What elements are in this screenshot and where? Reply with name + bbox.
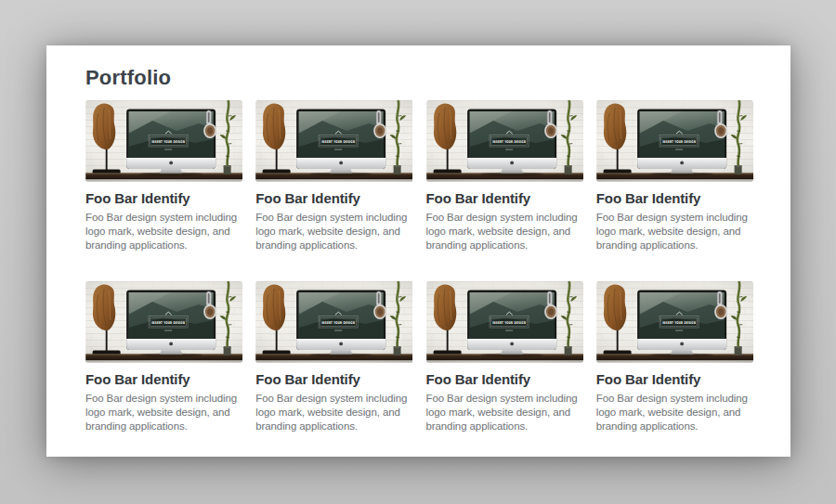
portfolio-card[interactable]: Foo Bar Identify Foo Bar design system i… [85,281,242,433]
portfolio-grid: Foo Bar Identify Foo Bar design system i… [85,100,753,433]
portfolio-card-description: Foo Bar design system including logo mar… [255,392,412,433]
portfolio-thumbnail[interactable] [85,100,242,182]
portfolio-card-title: Foo Bar Identify [85,189,242,207]
portfolio-card[interactable]: Foo Bar Identify Foo Bar design system i… [426,100,583,252]
portfolio-card-title: Foo Bar Identify [426,189,583,207]
portfolio-card-title: Foo Bar Identify [596,370,753,388]
portfolio-card-title: Foo Bar Identify [596,189,753,207]
portfolio-card[interactable]: Foo Bar Identify Foo Bar design system i… [255,100,412,252]
portfolio-thumbnail[interactable] [426,281,583,363]
portfolio-card-description: Foo Bar design system including logo mar… [426,211,583,252]
portfolio-thumbnail[interactable] [596,281,753,363]
portfolio-card-description: Foo Bar design system including logo mar… [596,392,753,433]
portfolio-card[interactable]: Foo Bar Identify Foo Bar design system i… [596,100,753,252]
portfolio-card-title: Foo Bar Identify [426,370,583,388]
content-panel: Portfolio Foo Bar Identify Foo Bar desig… [46,45,790,457]
portfolio-thumbnail[interactable] [426,100,583,182]
portfolio-card[interactable]: Foo Bar Identify Foo Bar design system i… [85,100,242,252]
portfolio-card[interactable]: Foo Bar Identify Foo Bar design system i… [596,281,753,433]
portfolio-thumbnail[interactable] [596,100,753,182]
portfolio-card-description: Foo Bar design system including logo mar… [426,392,583,433]
portfolio-card-description: Foo Bar design system including logo mar… [85,211,242,252]
page-background: Portfolio Foo Bar Identify Foo Bar desig… [0,0,836,504]
portfolio-card[interactable]: Foo Bar Identify Foo Bar design system i… [255,281,412,433]
portfolio-card-description: Foo Bar design system including logo mar… [596,211,753,252]
portfolio-card-title: Foo Bar Identify [255,189,412,207]
portfolio-card-description: Foo Bar design system including logo mar… [255,211,412,252]
portfolio-thumbnail[interactable] [255,100,412,182]
portfolio-thumbnail[interactable] [255,281,412,363]
page-title: Portfolio [85,66,753,90]
portfolio-card-description: Foo Bar design system including logo mar… [85,392,242,433]
portfolio-thumbnail[interactable] [85,281,242,363]
portfolio-card-title: Foo Bar Identify [255,370,412,388]
portfolio-card[interactable]: Foo Bar Identify Foo Bar design system i… [426,281,583,433]
portfolio-card-title: Foo Bar Identify [85,370,242,388]
